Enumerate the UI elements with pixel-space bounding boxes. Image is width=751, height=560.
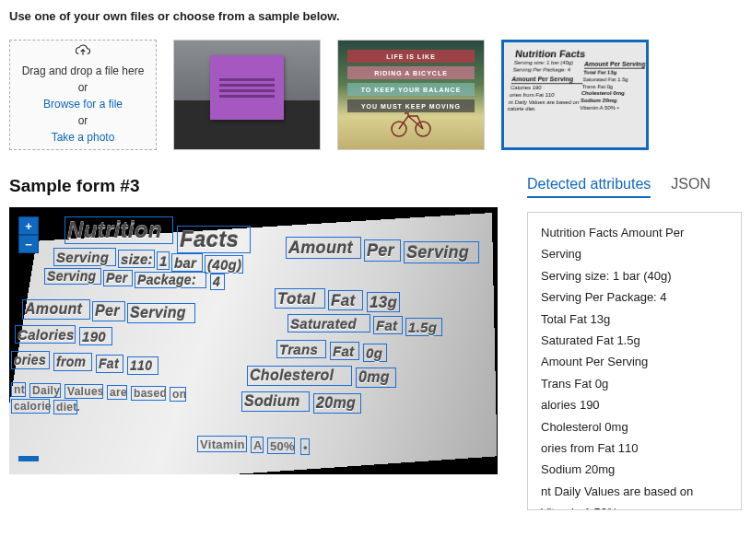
- bicycle-icon: [388, 111, 434, 138]
- attribute-line: nt Daily Values are based on: [541, 481, 728, 502]
- image-preview[interactable]: + − NutritionFactsServingsize:1bar(40g)S…: [9, 207, 498, 474]
- detected-word: 190: [79, 327, 112, 345]
- detected-word: Facts: [177, 226, 251, 253]
- detected-word: Total: [275, 288, 325, 309]
- zoom-in-button[interactable]: +: [18, 216, 39, 235]
- detected-word: diet.: [53, 400, 77, 414]
- detected-word: Fat: [328, 290, 363, 310]
- page-title: Sample form #3: [9, 176, 498, 196]
- zoom-scale-indicator: [18, 456, 39, 461]
- sticky-note-icon: [210, 55, 284, 120]
- detected-word: Values: [65, 384, 103, 399]
- sample-cards-row: Drag and drop a file here or Browse for …: [9, 40, 742, 150]
- detected-word: are: [107, 385, 127, 400]
- intro-text: Use one of your own files or choose from…: [9, 9, 742, 23]
- detected-word: on: [170, 387, 186, 402]
- attribute-line: Serving Per Package: 4: [541, 286, 728, 308]
- detected-word: Fat: [373, 316, 403, 334]
- detected-word: 1.5g: [405, 318, 442, 336]
- attribute-line: ories from Fat 110: [541, 438, 728, 459]
- detected-word: Saturated: [287, 314, 370, 332]
- detected-word: 13g: [367, 292, 400, 312]
- upload-cloud-icon: [68, 44, 98, 57]
- sample-thumbnail-2[interactable]: LIFE IS LIKE RIDING A BICYCLE TO KEEP YO…: [337, 40, 485, 150]
- detected-word: (40g): [205, 255, 243, 274]
- attribute-line: Vitamin A 50%: [541, 502, 728, 510]
- detected-word: 20mg: [313, 393, 361, 414]
- detected-word: Sodium: [241, 391, 310, 412]
- attribute-line: Amount Per Serving: [541, 351, 728, 372]
- detected-word: •: [300, 438, 310, 455]
- detected-word: 50%: [267, 438, 295, 454]
- detected-word: from: [53, 353, 92, 371]
- dropzone-or1: or: [78, 79, 88, 96]
- detected-word: Amount: [286, 237, 361, 259]
- sample-thumbnail-3[interactable]: Nutrition Facts Serving size: 1 bar (40g…: [501, 40, 649, 150]
- attribute-line: alories 190: [541, 394, 728, 415]
- detected-word: Serving: [53, 248, 116, 266]
- attribute-line: Trans Fat 0g: [541, 373, 728, 394]
- detected-word: Fat: [330, 342, 359, 360]
- detected-word: Per: [364, 239, 401, 262]
- dropzone-line1: Drag and drop a file here: [22, 63, 145, 79]
- tab-detected-attributes[interactable]: Detected attributes: [527, 176, 651, 198]
- dropzone-or2: or: [78, 112, 88, 129]
- detected-word: Serving: [404, 241, 479, 263]
- detected-word: Per: [103, 270, 133, 286]
- results-tabs: Detected attributes JSON: [527, 176, 742, 199]
- take-photo-link[interactable]: Take a photo: [52, 129, 115, 146]
- attribute-line: Total Fat 13g: [541, 309, 728, 330]
- poster-line-a: LIFE IS LIKE: [347, 50, 475, 63]
- tab-json[interactable]: JSON: [671, 176, 710, 198]
- poster-line-c: TO KEEP YOUR BALANCE: [347, 83, 475, 96]
- detected-word: Trans: [276, 340, 326, 358]
- zoom-out-button[interactable]: −: [18, 235, 39, 253]
- detected-word: 0g: [363, 344, 387, 362]
- attribute-line: Nutrition Facts Amount Per Serving: [541, 222, 728, 265]
- attribute-line: Serving size: 1 bar (40g): [541, 265, 728, 286]
- detected-word: size:: [118, 250, 155, 268]
- browse-file-link[interactable]: Browse for a file: [43, 96, 123, 112]
- attribute-line: Saturated Fat 1.5g: [541, 330, 728, 351]
- detected-word: Nutrition: [65, 216, 173, 244]
- detected-word: Vitamin: [197, 436, 247, 452]
- sample-thumbnail-1[interactable]: [173, 40, 321, 150]
- nutrition-thumb: Nutrition Facts Serving size: 1 bar (40g…: [501, 44, 649, 148]
- detected-word: 1: [157, 251, 170, 270]
- zoom-controls: + −: [18, 216, 39, 461]
- detected-word: based: [131, 386, 166, 401]
- detected-word: 4: [210, 274, 225, 290]
- detected-word: 0mg: [356, 368, 396, 388]
- attribute-line: Sodium 20mg: [541, 459, 728, 480]
- detected-word: Serving: [127, 303, 195, 323]
- detected-attributes-panel: Nutrition Facts Amount Per ServingServin…: [527, 212, 742, 510]
- detected-word: Cholesterol: [247, 366, 352, 386]
- detected-word: Serving: [44, 268, 101, 285]
- attribute-line: Cholesterol 0mg: [541, 416, 728, 438]
- poster-line-b: RIDING A BICYCLE: [347, 66, 475, 79]
- detected-word: bar: [171, 253, 203, 272]
- file-dropzone[interactable]: Drag and drop a file here or Browse for …: [9, 40, 157, 150]
- detected-word: A: [251, 437, 264, 453]
- detected-word: Fat: [96, 355, 123, 373]
- detected-word: Per: [92, 301, 125, 321]
- detection-overlay: NutritionFactsServingsize:1bar(40g)Servi…: [9, 207, 498, 474]
- detected-word: Package:: [135, 272, 206, 288]
- detected-word: 110: [127, 356, 158, 375]
